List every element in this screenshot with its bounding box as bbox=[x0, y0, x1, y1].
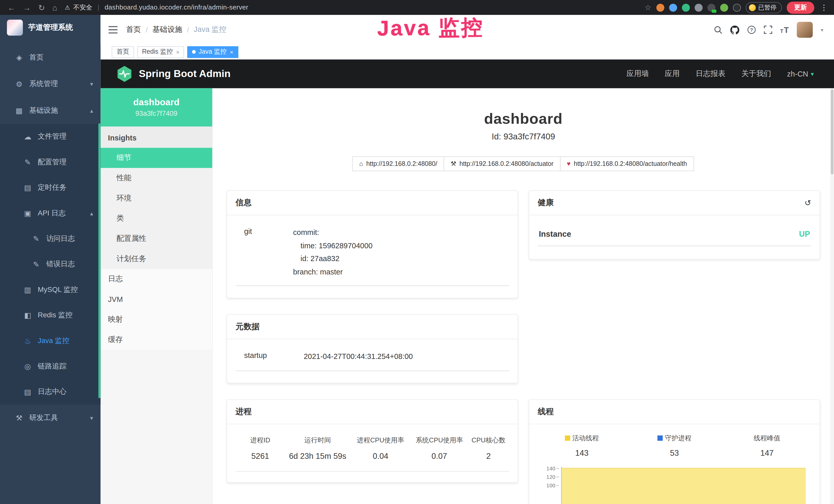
list-icon: ▤ bbox=[22, 183, 33, 192]
close-icon[interactable]: × bbox=[176, 48, 179, 55]
instance-link-actuator[interactable]: ⚒ http://192.168.0.2:48080/actuator bbox=[444, 156, 561, 171]
extension-icon-dark[interactable] bbox=[733, 3, 741, 11]
sidebar-scrollbar[interactable] bbox=[98, 123, 101, 398]
sba-language-select[interactable]: zh-CN ▾ bbox=[787, 70, 814, 78]
process-card: 进程 进程ID 5261 运行时间 bbox=[226, 399, 518, 482]
chevron-down-icon[interactable]: ▾ bbox=[821, 27, 823, 33]
app-header: 首页 / 基础设施 / Java 监控 Java 监控 ? bbox=[101, 15, 834, 45]
chrome-update-button[interactable]: 更新 bbox=[787, 1, 814, 14]
threads-card: 线程 活动线程 143 守护进程 bbox=[529, 399, 820, 504]
y-tick-mark bbox=[556, 468, 559, 468]
instance-link-health[interactable]: ♥ http://192.168.0.2:48080/actuator/heal… bbox=[560, 156, 694, 171]
paused-label: 已暂停 bbox=[758, 3, 776, 11]
sidebar-item-config-management[interactable]: ✎ 配置管理 bbox=[0, 150, 101, 175]
sidebar-item-label: 日志中心 bbox=[38, 387, 67, 397]
extension-icon-grid[interactable] bbox=[694, 3, 702, 11]
scrollbar-thumb[interactable] bbox=[831, 89, 833, 174]
address-bar[interactable]: ⚠ 不安全 | dashboard.yudao.iocoder.cn/infra… bbox=[65, 3, 248, 12]
forward-icon[interactable]: → bbox=[23, 3, 31, 11]
sidebar-item-java-monitor[interactable]: ♨ Java 监控 bbox=[0, 328, 101, 353]
emoji-face-icon bbox=[749, 4, 756, 11]
user-avatar[interactable] bbox=[797, 22, 813, 38]
database-icon: ▥ bbox=[22, 285, 33, 294]
sba-nav: 应用墙 应用 日志报表 关于我们 zh-CN ▾ bbox=[627, 69, 814, 78]
sidebar-item-mysql-monitor[interactable]: ▥ MySQL 监控 bbox=[0, 277, 101, 302]
instance-header[interactable]: dashboard 93a3fc7f7409 bbox=[101, 88, 212, 127]
sidebar-item-api-logs[interactable]: ▣ API 日志 ▴ bbox=[0, 201, 101, 226]
search-icon[interactable] bbox=[714, 25, 722, 34]
sba-nav-about[interactable]: 关于我们 bbox=[741, 69, 771, 78]
sidebar-item-label: MySQL 监控 bbox=[38, 285, 78, 295]
sba-nav-journal[interactable]: 日志报表 bbox=[696, 69, 725, 78]
extension-icon-drop[interactable] bbox=[669, 3, 677, 11]
tampermonkey-paused-badge[interactable]: 已暂停 bbox=[745, 2, 782, 13]
system-cpu: 0.07 bbox=[411, 451, 468, 460]
sba-item-performance[interactable]: 性能 bbox=[101, 168, 212, 188]
sidebar-item-redis-monitor[interactable]: ◧ Redis 监控 bbox=[0, 302, 101, 328]
sidebar-item-label: 系统管理 bbox=[29, 79, 58, 89]
help-icon[interactable]: ? bbox=[747, 25, 756, 34]
sba-item-caches[interactable]: 缓存 bbox=[101, 330, 212, 350]
startup-row: startup 2021-04-27T00:44:31.254+08:00 bbox=[236, 348, 509, 371]
annotation-java-monitor: Java 监控 bbox=[377, 13, 484, 43]
sidebar-item-error-logs[interactable]: ✎ 错误日志 bbox=[0, 251, 101, 277]
reload-icon[interactable]: ↻ bbox=[38, 3, 45, 11]
close-icon[interactable]: × bbox=[230, 48, 233, 55]
sidebar-toggle-icon[interactable] bbox=[108, 26, 117, 33]
tags-view: 首页 Redis 监控 × Java 监控 × bbox=[101, 45, 834, 60]
breadcrumb-infrastructure[interactable]: 基础设施 bbox=[153, 25, 182, 35]
sba-nav-wallboard[interactable]: 应用墙 bbox=[627, 69, 649, 78]
pencil-icon: ✎ bbox=[31, 260, 41, 269]
sba-item-mappings[interactable]: 映射 bbox=[101, 310, 212, 330]
history-icon[interactable]: ↺ bbox=[805, 198, 811, 207]
sidebar-item-scheduled-tasks[interactable]: ▤ 定时任务 bbox=[0, 175, 101, 200]
column-header: CPU核心数 bbox=[468, 436, 509, 445]
sidebar-item-tracing[interactable]: ◎ 链路追踪 bbox=[0, 353, 101, 379]
sba-item-environment[interactable]: 环境 bbox=[101, 188, 212, 208]
info-card: 信息 git commit: time: 1596289704000 id: 2 bbox=[226, 190, 518, 298]
y-tick-mark bbox=[556, 476, 559, 477]
fullscreen-icon[interactable] bbox=[764, 25, 772, 34]
app-logo[interactable]: 芋道管理系统 bbox=[0, 15, 101, 40]
tab-redis-monitor[interactable]: Redis 监控 × bbox=[137, 46, 184, 58]
instance-link-home[interactable]: ⌂ http://192.168.0.2:48080/ bbox=[352, 156, 444, 171]
threads-chart: 140 120 100 bbox=[561, 466, 808, 504]
sidebar-item-dev-tools[interactable]: ⚒ 研发工具 ▾ bbox=[0, 405, 101, 431]
startup-key: startup bbox=[244, 350, 304, 363]
breadcrumb-home[interactable]: 首页 bbox=[126, 25, 141, 35]
sba-item-config-props[interactable]: 配置属性 bbox=[101, 229, 212, 249]
browser-chrome: ← → ↻ ⌂ ⚠ 不安全 | dashboard.yudao.iocoder.… bbox=[0, 0, 834, 15]
sba-brand-title[interactable]: Spring Boot Admin bbox=[139, 68, 231, 80]
sidebar-item-file-management[interactable]: ☁ 文件管理 bbox=[0, 124, 101, 149]
legend-label: 活动线程 bbox=[572, 434, 599, 443]
extension-icon-switch[interactable] bbox=[707, 3, 715, 11]
github-icon[interactable] bbox=[730, 25, 739, 34]
column-header: 系统CPU使用率 bbox=[411, 436, 468, 445]
extension-icon-orange[interactable] bbox=[656, 3, 664, 11]
sba-item-details[interactable]: 细节 bbox=[101, 148, 212, 168]
sba-nav-applications[interactable]: 应用 bbox=[665, 69, 680, 78]
tab-home[interactable]: 首页 bbox=[112, 46, 134, 58]
sba-item-scheduled-tasks[interactable]: 计划任务 bbox=[101, 249, 212, 269]
sidebar-item-access-logs[interactable]: ✎ 访问日志 bbox=[0, 226, 101, 251]
sidebar-item-infrastructure[interactable]: ▦ 基础设施 ▴ bbox=[0, 97, 101, 124]
spring-boot-admin-logo[interactable] bbox=[117, 66, 133, 83]
extension-icon-leaf[interactable] bbox=[720, 3, 728, 11]
browser-menu-icon[interactable]: ⋮ bbox=[819, 3, 829, 12]
back-icon[interactable]: ← bbox=[7, 3, 16, 11]
extension-icon-vue[interactable] bbox=[682, 3, 690, 11]
process-table: 进程ID 5261 运行时间 6d 23h 15m 59s bbox=[236, 433, 509, 472]
sba-item-logs[interactable]: 日志 bbox=[101, 269, 212, 289]
tab-java-monitor[interactable]: Java 监控 × bbox=[188, 46, 238, 58]
bookmark-star-icon[interactable]: ☆ bbox=[645, 3, 651, 12]
sba-header: Spring Boot Admin 应用墙 应用 日志报表 关于我们 zh-CN… bbox=[101, 60, 834, 88]
sba-item-jvm[interactable]: JVM bbox=[101, 289, 212, 310]
sidebar-item-log-center[interactable]: ▤ 日志中心 bbox=[0, 379, 101, 404]
link-url: http://192.168.0.2:48080/ bbox=[366, 160, 437, 167]
sidebar-item-system-management[interactable]: ⚙ 系统管理 ▾ bbox=[0, 71, 101, 97]
sba-item-classes[interactable]: 类 bbox=[101, 208, 212, 229]
sidebar-item-home[interactable]: ◈ 首页 bbox=[0, 44, 101, 71]
browser-home-icon[interactable]: ⌂ bbox=[52, 3, 57, 11]
redis-icon: ◧ bbox=[22, 311, 33, 319]
font-size-icon[interactable]: TT bbox=[780, 25, 789, 34]
